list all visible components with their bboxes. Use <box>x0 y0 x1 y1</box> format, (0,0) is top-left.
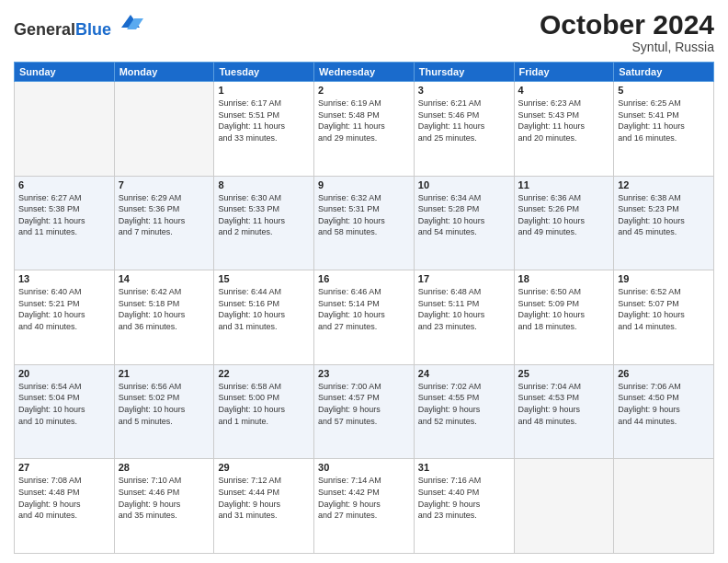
header: GeneralBlue October 2024 Syntul, Russia <box>14 9 714 54</box>
table-row: 9Sunrise: 6:32 AM Sunset: 5:31 PM Daylig… <box>314 176 415 270</box>
day-info: Sunrise: 6:30 AM Sunset: 5:33 PM Dayligh… <box>218 192 310 238</box>
table-row: 19Sunrise: 6:52 AM Sunset: 5:07 PM Dayli… <box>614 270 714 365</box>
day-number: 1 <box>218 85 310 96</box>
day-info: Sunrise: 6:19 AM Sunset: 5:48 PM Dayligh… <box>318 98 410 144</box>
day-number: 9 <box>318 179 410 190</box>
day-number: 30 <box>318 462 410 473</box>
table-row <box>614 459 714 554</box>
page: GeneralBlue October 2024 Syntul, Russia … <box>0 0 728 563</box>
day-info: Sunrise: 6:32 AM Sunset: 5:31 PM Dayligh… <box>318 192 410 238</box>
calendar-week-row: 13Sunrise: 6:40 AM Sunset: 5:21 PM Dayli… <box>15 270 714 365</box>
table-row: 1Sunrise: 6:17 AM Sunset: 5:51 PM Daylig… <box>214 82 314 177</box>
logo-text: GeneralBlue <box>14 9 143 40</box>
table-row: 28Sunrise: 7:10 AM Sunset: 4:46 PM Dayli… <box>114 459 214 554</box>
day-number: 10 <box>418 179 510 190</box>
table-row: 22Sunrise: 6:58 AM Sunset: 5:00 PM Dayli… <box>214 364 314 459</box>
table-row: 21Sunrise: 6:56 AM Sunset: 5:02 PM Dayli… <box>114 364 214 459</box>
day-number: 7 <box>119 179 210 190</box>
table-row <box>114 82 214 177</box>
table-row: 7Sunrise: 6:29 AM Sunset: 5:36 PM Daylig… <box>114 176 214 270</box>
table-row: 29Sunrise: 7:12 AM Sunset: 4:44 PM Dayli… <box>214 459 314 554</box>
day-info: Sunrise: 6:27 AM Sunset: 5:38 PM Dayligh… <box>18 192 110 238</box>
logo-icon <box>118 9 143 35</box>
day-number: 27 <box>18 462 110 473</box>
day-info: Sunrise: 7:10 AM Sunset: 4:46 PM Dayligh… <box>119 475 210 521</box>
table-row: 25Sunrise: 7:04 AM Sunset: 4:53 PM Dayli… <box>514 364 614 459</box>
day-info: Sunrise: 6:46 AM Sunset: 5:14 PM Dayligh… <box>318 286 410 332</box>
col-wednesday: Wednesday <box>314 63 415 82</box>
table-row: 8Sunrise: 6:30 AM Sunset: 5:33 PM Daylig… <box>214 176 314 270</box>
day-number: 19 <box>618 273 710 284</box>
table-row: 3Sunrise: 6:21 AM Sunset: 5:46 PM Daylig… <box>414 82 514 177</box>
day-info: Sunrise: 7:04 AM Sunset: 4:53 PM Dayligh… <box>518 381 610 427</box>
day-number: 13 <box>18 273 110 284</box>
col-monday: Monday <box>114 63 214 82</box>
day-number: 2 <box>318 85 410 96</box>
day-number: 31 <box>418 462 510 473</box>
col-sunday: Sunday <box>15 63 115 82</box>
day-info: Sunrise: 7:00 AM Sunset: 4:57 PM Dayligh… <box>318 381 410 427</box>
day-info: Sunrise: 6:54 AM Sunset: 5:04 PM Dayligh… <box>18 381 110 427</box>
day-info: Sunrise: 6:17 AM Sunset: 5:51 PM Dayligh… <box>218 98 310 144</box>
calendar-table: Sunday Monday Tuesday Wednesday Thursday… <box>14 62 714 554</box>
day-number: 26 <box>618 368 710 379</box>
table-row: 6Sunrise: 6:27 AM Sunset: 5:38 PM Daylig… <box>15 176 115 270</box>
day-info: Sunrise: 7:06 AM Sunset: 4:50 PM Dayligh… <box>618 381 710 427</box>
day-info: Sunrise: 6:21 AM Sunset: 5:46 PM Dayligh… <box>418 98 510 144</box>
day-info: Sunrise: 6:56 AM Sunset: 5:02 PM Dayligh… <box>119 381 210 427</box>
location-subtitle: Syntul, Russia <box>540 40 714 54</box>
table-row: 24Sunrise: 7:02 AM Sunset: 4:55 PM Dayli… <box>414 364 514 459</box>
table-row: 20Sunrise: 6:54 AM Sunset: 5:04 PM Dayli… <box>15 364 115 459</box>
col-friday: Friday <box>514 63 614 82</box>
logo-general: General <box>14 20 75 39</box>
table-row: 13Sunrise: 6:40 AM Sunset: 5:21 PM Dayli… <box>15 270 115 365</box>
calendar-week-row: 6Sunrise: 6:27 AM Sunset: 5:38 PM Daylig… <box>15 176 714 270</box>
day-info: Sunrise: 6:52 AM Sunset: 5:07 PM Dayligh… <box>618 286 710 332</box>
day-info: Sunrise: 6:40 AM Sunset: 5:21 PM Dayligh… <box>18 286 110 332</box>
day-info: Sunrise: 7:08 AM Sunset: 4:48 PM Dayligh… <box>18 475 110 521</box>
title-block: October 2024 Syntul, Russia <box>540 9 714 54</box>
day-number: 22 <box>218 368 310 379</box>
col-thursday: Thursday <box>414 63 514 82</box>
calendar-week-row: 1Sunrise: 6:17 AM Sunset: 5:51 PM Daylig… <box>15 82 714 177</box>
table-row: 26Sunrise: 7:06 AM Sunset: 4:50 PM Dayli… <box>614 364 714 459</box>
table-row: 15Sunrise: 6:44 AM Sunset: 5:16 PM Dayli… <box>214 270 314 365</box>
table-row: 17Sunrise: 6:48 AM Sunset: 5:11 PM Dayli… <box>414 270 514 365</box>
day-info: Sunrise: 6:42 AM Sunset: 5:18 PM Dayligh… <box>119 286 210 332</box>
day-number: 23 <box>318 368 410 379</box>
day-number: 18 <box>518 273 610 284</box>
day-number: 21 <box>119 368 210 379</box>
calendar-header-row: Sunday Monday Tuesday Wednesday Thursday… <box>15 63 714 82</box>
day-info: Sunrise: 7:16 AM Sunset: 4:40 PM Dayligh… <box>418 475 510 521</box>
day-number: 16 <box>318 273 410 284</box>
table-row: 18Sunrise: 6:50 AM Sunset: 5:09 PM Dayli… <box>514 270 614 365</box>
col-tuesday: Tuesday <box>214 63 314 82</box>
day-number: 8 <box>218 179 310 190</box>
day-info: Sunrise: 7:12 AM Sunset: 4:44 PM Dayligh… <box>218 475 310 521</box>
day-number: 11 <box>518 179 610 190</box>
table-row <box>15 82 115 177</box>
day-info: Sunrise: 6:48 AM Sunset: 5:11 PM Dayligh… <box>418 286 510 332</box>
day-number: 25 <box>518 368 610 379</box>
day-number: 28 <box>119 462 210 473</box>
table-row: 4Sunrise: 6:23 AM Sunset: 5:43 PM Daylig… <box>514 82 614 177</box>
table-row: 30Sunrise: 7:14 AM Sunset: 4:42 PM Dayli… <box>314 459 415 554</box>
logo-blue: Blue <box>75 20 111 39</box>
day-info: Sunrise: 6:25 AM Sunset: 5:41 PM Dayligh… <box>618 98 710 144</box>
day-number: 15 <box>218 273 310 284</box>
calendar-week-row: 20Sunrise: 6:54 AM Sunset: 5:04 PM Dayli… <box>15 364 714 459</box>
logo: GeneralBlue <box>14 9 143 40</box>
table-row: 11Sunrise: 6:36 AM Sunset: 5:26 PM Dayli… <box>514 176 614 270</box>
day-number: 4 <box>518 85 610 96</box>
day-number: 5 <box>618 85 710 96</box>
day-number: 17 <box>418 273 510 284</box>
day-number: 3 <box>418 85 510 96</box>
table-row: 27Sunrise: 7:08 AM Sunset: 4:48 PM Dayli… <box>15 459 115 554</box>
table-row <box>514 459 614 554</box>
table-row: 31Sunrise: 7:16 AM Sunset: 4:40 PM Dayli… <box>414 459 514 554</box>
day-info: Sunrise: 6:58 AM Sunset: 5:00 PM Dayligh… <box>218 381 310 427</box>
day-info: Sunrise: 6:23 AM Sunset: 5:43 PM Dayligh… <box>518 98 610 144</box>
table-row: 16Sunrise: 6:46 AM Sunset: 5:14 PM Dayli… <box>314 270 415 365</box>
day-number: 24 <box>418 368 510 379</box>
day-number: 29 <box>218 462 310 473</box>
